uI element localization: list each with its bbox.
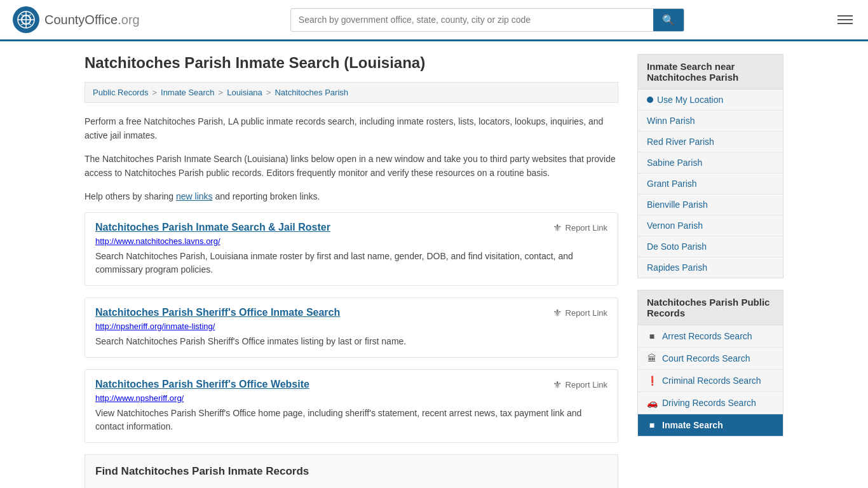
report-icon-1: ⚜ — [553, 222, 562, 234]
use-location-item[interactable]: Use My Location — [638, 90, 783, 111]
breadcrumb-louisiana[interactable]: Louisiana — [227, 88, 262, 97]
result-title-3[interactable]: Natchitoches Parish Sheriff's Office Web… — [95, 379, 309, 390]
location-dot-icon — [647, 97, 653, 103]
list-item[interactable]: Grant Parish — [638, 173, 783, 194]
description-3: Help others by sharing new links and rep… — [85, 189, 618, 203]
nearby-list: Use My Location Winn Parish Red River Pa… — [638, 90, 783, 278]
list-item-active[interactable]: ■ Inmate Search — [638, 414, 783, 436]
report-link-button-3[interactable]: ⚜ Report Link — [553, 379, 607, 391]
result-desc-2: Search Natchitoches Parish Sheriff's Off… — [95, 335, 607, 348]
report-icon-3: ⚜ — [553, 379, 562, 391]
public-records-list: ■ Arrest Records Search 🏛 Court Records … — [638, 325, 783, 436]
list-item[interactable]: Red River Parish — [638, 132, 783, 152]
new-links-link[interactable]: new links — [176, 191, 213, 201]
list-item[interactable]: Winn Parish — [638, 111, 783, 132]
find-records-title: Find Natchitoches Parish Inmate Records — [95, 465, 607, 478]
search-button[interactable]: 🔍 — [653, 9, 684, 31]
result-url-2[interactable]: http://npsheriff.org/inmate-listing/ — [95, 322, 607, 331]
logo-icon — [13, 6, 39, 33]
find-records-section: Find Natchitoches Parish Inmate Records … — [85, 454, 618, 488]
result-title-2[interactable]: Natchitoches Parish Sheriff's Office Inm… — [95, 307, 340, 318]
list-item[interactable]: 🏛 Court Records Search — [638, 348, 783, 370]
list-item[interactable]: Rapides Parish — [638, 257, 783, 278]
result-url-3[interactable]: http://www.npsheriff.org/ — [95, 393, 607, 403]
find-records-desc: A Natchitoches Parish Inmate Search prov… — [95, 485, 607, 488]
search-input[interactable] — [291, 10, 653, 30]
driving-icon: 🚗 — [647, 398, 657, 408]
page-title: Natchitoches Parish Inmate Search (Louis… — [85, 54, 618, 72]
result-url-1[interactable]: http://www.natchitoches.lavns.org/ — [95, 236, 607, 246]
search-icon: 🔍 — [662, 15, 675, 25]
list-item[interactable]: ■ Arrest Records Search — [638, 325, 783, 348]
inmate-icon: ■ — [647, 420, 657, 430]
public-records-header: Natchitoches Parish Public Records — [638, 290, 783, 325]
breadcrumb-natchitoches[interactable]: Natchitoches Parish — [275, 88, 348, 97]
report-link-button-1[interactable]: ⚜ Report Link — [553, 222, 607, 234]
nearby-section: Inmate Search near Natchitoches Parish U… — [637, 54, 783, 278]
logo-area: CountyOffice.org — [13, 6, 140, 33]
list-item[interactable]: Bienville Parish — [638, 194, 783, 215]
list-item[interactable]: ❗ Criminal Records Search — [638, 370, 783, 392]
criminal-icon: ❗ — [647, 376, 657, 386]
report-link-button-2[interactable]: ⚜ Report Link — [553, 307, 607, 319]
list-item[interactable]: Sabine Parish — [638, 152, 783, 173]
list-item[interactable]: De Soto Parish — [638, 236, 783, 257]
breadcrumb: Public Records > Inmate Search > Louisia… — [85, 82, 618, 103]
description-1: Perform a free Natchitoches Parish, LA p… — [85, 114, 618, 143]
list-item[interactable]: 🚗 Driving Records Search — [638, 392, 783, 414]
public-records-section: Natchitoches Parish Public Records ■ Arr… — [637, 290, 783, 437]
result-card-2: Natchitoches Parish Sheriff's Office Inm… — [85, 297, 618, 358]
result-card-1: Natchitoches Parish Inmate Search & Jail… — [85, 212, 618, 286]
breadcrumb-public-records[interactable]: Public Records — [93, 88, 148, 97]
logo-text: CountyOffice.org — [44, 13, 140, 27]
report-icon-2: ⚜ — [553, 307, 562, 319]
menu-button[interactable] — [835, 13, 855, 27]
result-desc-3: View Natchitoches Parish Sheriff's Offic… — [95, 407, 607, 433]
use-location-link[interactable]: Use My Location — [657, 95, 723, 105]
result-title-1[interactable]: Natchitoches Parish Inmate Search & Jail… — [95, 222, 330, 233]
arrest-icon: ■ — [647, 331, 657, 341]
result-card-3: Natchitoches Parish Sheriff's Office Web… — [85, 369, 618, 443]
breadcrumb-inmate-search[interactable]: Inmate Search — [161, 88, 215, 97]
list-item[interactable]: Vernon Parish — [638, 215, 783, 236]
search-bar[interactable]: 🔍 — [290, 8, 684, 32]
nearby-header: Inmate Search near Natchitoches Parish — [638, 55, 783, 90]
description-2: The Natchitoches Parish Inmate Search (L… — [85, 152, 618, 180]
court-icon: 🏛 — [647, 353, 657, 363]
result-desc-1: Search Natchitoches Parish, Louisiana in… — [95, 250, 607, 276]
